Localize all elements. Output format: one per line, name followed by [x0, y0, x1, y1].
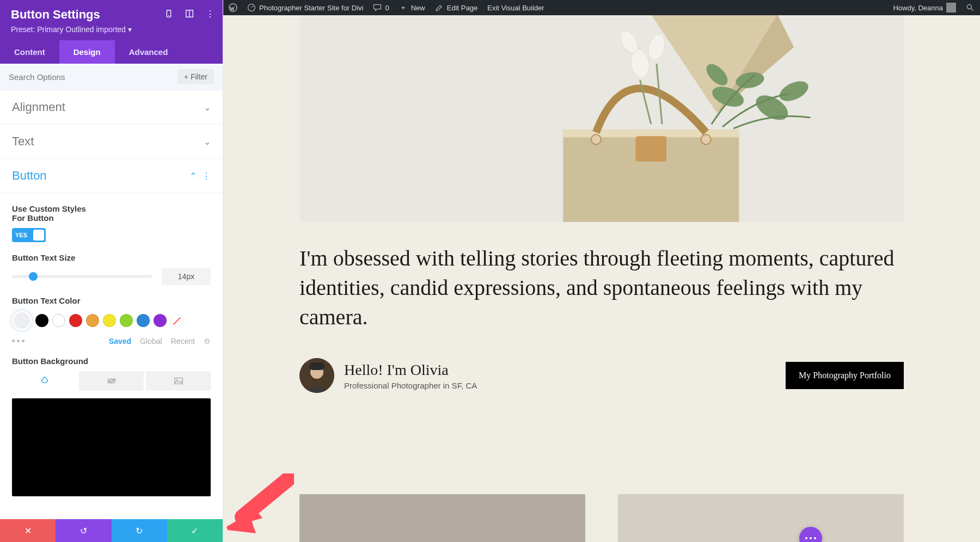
- edit-page-link[interactable]: Edit Page: [435, 3, 477, 12]
- page-canvas: I'm obsessed with telling stories throug…: [223, 15, 980, 542]
- swatch-white[interactable]: [52, 314, 65, 327]
- tab-design[interactable]: Design: [59, 40, 115, 64]
- swatch-current[interactable]: [12, 311, 32, 330]
- dashboard-icon: [247, 3, 256, 12]
- label-background: Button Background: [12, 356, 211, 366]
- palette-tab-global[interactable]: Global: [140, 337, 162, 346]
- swatch-blue[interactable]: [137, 314, 150, 327]
- svg-rect-14: [563, 130, 739, 137]
- preset-dropdown[interactable]: Preset: Primary Outlined imported▾: [11, 25, 212, 34]
- palette-tab-saved[interactable]: Saved: [109, 337, 131, 346]
- undo-button[interactable]: ↺: [56, 519, 111, 542]
- section-alignment[interactable]: Alignment ⌄: [0, 90, 223, 125]
- toggle-use-custom[interactable]: YES: [12, 228, 46, 242]
- tab-content[interactable]: Content: [0, 40, 59, 64]
- bio-role: Professional Photographer in SF, CA: [344, 381, 477, 390]
- portfolio-button[interactable]: My Photography Portfolio: [786, 362, 904, 389]
- bg-preview[interactable]: [12, 398, 211, 496]
- palette-tab-recent[interactable]: Recent: [171, 337, 195, 346]
- new-link[interactable]: ＋New: [399, 3, 425, 12]
- comments-link[interactable]: 0: [373, 3, 389, 12]
- palette-tabs: Saved Global Recent ⚙: [109, 337, 211, 346]
- chevron-down-icon: ⌄: [204, 102, 211, 113]
- comment-icon: [373, 3, 382, 12]
- slider-text-size[interactable]: [12, 275, 152, 278]
- swatch-none[interactable]: [170, 314, 183, 327]
- swatch-orange[interactable]: [86, 314, 99, 327]
- svg-point-4: [168, 15, 169, 16]
- pencil-icon: [435, 3, 444, 12]
- swatch-yellow[interactable]: [103, 314, 116, 327]
- chevron-up-icon: ⌃: [189, 171, 197, 181]
- section-more-icon[interactable]: ⋮: [202, 171, 211, 181]
- section-button[interactable]: Button ⌃ ⋮: [0, 159, 223, 193]
- search-input[interactable]: [9, 72, 172, 82]
- bg-tab-gradient[interactable]: [79, 371, 144, 391]
- svg-rect-15: [636, 136, 667, 161]
- svg-point-16: [591, 134, 601, 144]
- caret-down-icon: ▾: [128, 25, 132, 34]
- bio-row: Hello! I'm Olivia Professional Photograp…: [299, 358, 904, 393]
- story-text: I'm obsessed with telling stories throug…: [299, 244, 904, 332]
- swatch-black[interactable]: [35, 314, 48, 327]
- swatch-purple[interactable]: [154, 314, 167, 327]
- hero-image: [299, 15, 904, 222]
- section-button-content: Use Custom Styles For Button YES Button …: [0, 204, 223, 506]
- exit-vb-link[interactable]: Exit Visual Builder: [487, 4, 544, 12]
- gallery-thumb: [299, 494, 585, 542]
- input-text-size[interactable]: [162, 268, 211, 285]
- bg-tab-image[interactable]: [146, 371, 211, 391]
- search-icon[interactable]: [966, 3, 975, 12]
- chevron-down-icon: ⌄: [204, 137, 211, 147]
- wp-logo-icon[interactable]: [229, 3, 237, 12]
- wp-admin-bar: Photographer Starter Site for Divi 0 ＋Ne…: [223, 0, 980, 15]
- plus-icon: +: [184, 72, 188, 81]
- avatar: [299, 358, 334, 393]
- gallery-thumb: [618, 494, 904, 542]
- palette-gear-icon[interactable]: ⚙: [204, 337, 211, 346]
- sidebar-header: Button Settings Preset: Primary Outlined…: [0, 0, 223, 40]
- color-swatches: [12, 311, 211, 330]
- sidebar-tabs: Content Design Advanced: [0, 40, 223, 64]
- search-row: +Filter: [0, 64, 223, 90]
- redo-button[interactable]: ↻: [112, 519, 167, 542]
- settings-sidebar: Button Settings Preset: Primary Outlined…: [0, 0, 223, 542]
- howdy-user[interactable]: Howdy, Deanna: [893, 3, 956, 13]
- more-colors-icon[interactable]: [12, 340, 24, 342]
- tab-advanced[interactable]: Advanced: [115, 40, 182, 64]
- bg-tab-color[interactable]: [12, 371, 77, 391]
- svg-rect-28: [309, 362, 324, 370]
- label-text-color: Button Text Color: [12, 296, 211, 305]
- bg-tabs: [12, 371, 211, 391]
- svg-point-17: [701, 134, 711, 144]
- swatch-red[interactable]: [69, 314, 82, 327]
- label-text-size: Button Text Size: [12, 253, 211, 262]
- label-use-custom: Use Custom Styles For Button: [12, 204, 99, 223]
- sidebar-body: Alignment ⌄ Text ⌄ Button ⌃ ⋮ Use Custom…: [0, 90, 223, 542]
- svg-point-2: [967, 4, 971, 9]
- avatar-icon: [946, 3, 956, 13]
- sidebar-footer: ✕ ↺ ↻ ✓: [0, 519, 223, 542]
- responsive-icon[interactable]: [164, 9, 174, 19]
- svg-rect-8: [174, 378, 182, 384]
- column-icon[interactable]: [185, 9, 194, 19]
- bio-name: Hello! I'm Olivia: [344, 361, 477, 379]
- plus-icon: ＋: [399, 3, 408, 12]
- section-text[interactable]: Text ⌄: [0, 125, 223, 159]
- save-button[interactable]: ✓: [167, 519, 223, 542]
- more-icon[interactable]: ⋮: [205, 9, 215, 19]
- cancel-button[interactable]: ✕: [0, 519, 56, 542]
- svg-point-9: [176, 379, 177, 381]
- swatch-green[interactable]: [120, 314, 133, 327]
- filter-button[interactable]: +Filter: [177, 69, 214, 84]
- site-name[interactable]: Photographer Starter Site for Divi: [247, 3, 363, 12]
